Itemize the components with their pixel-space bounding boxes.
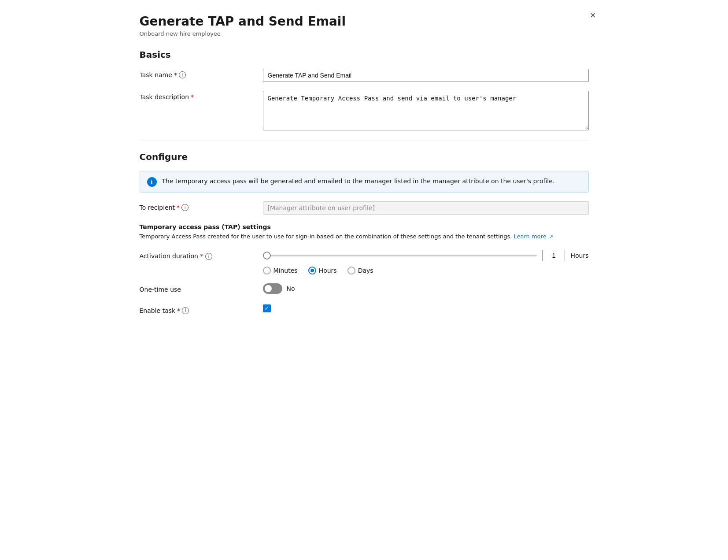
task-name-info-icon[interactable]: i <box>179 71 186 78</box>
task-description-required: * <box>191 93 194 100</box>
panel-subtitle: Onboard new hire employee <box>140 30 589 37</box>
task-name-required: * <box>174 71 177 78</box>
task-description-textarea[interactable]: Generate Temporary Access Pass and send … <box>263 91 589 130</box>
to-recipient-required: * <box>177 204 180 211</box>
activation-duration-value[interactable] <box>542 250 565 261</box>
close-button[interactable]: × <box>590 11 596 20</box>
to-recipient-label: To recipient * i <box>140 201 263 211</box>
activation-duration-row: Activation duration * i Hours Minutes <box>140 250 589 274</box>
enable-task-label: Enable task * i <box>140 304 263 314</box>
task-name-label: Task name * i <box>140 69 263 78</box>
activation-duration-required: * <box>200 252 203 260</box>
activation-duration-slider[interactable] <box>263 255 537 256</box>
radio-hours-circle <box>308 267 316 274</box>
info-box-text: The temporary access pass will be genera… <box>162 177 555 186</box>
tap-settings-title: Temporary access pass (TAP) settings <box>140 223 589 230</box>
one-time-use-toggle-label: No <box>287 285 295 292</box>
task-name-control <box>263 69 589 82</box>
radio-minutes[interactable]: Minutes <box>263 267 298 274</box>
enable-task-control <box>263 304 589 312</box>
task-name-input[interactable] <box>263 69 589 82</box>
to-recipient-info-icon[interactable]: i <box>181 204 188 211</box>
radio-hours[interactable]: Hours <box>308 267 337 274</box>
info-box: i The temporary access pass will be gene… <box>140 171 589 193</box>
external-link-icon: ↗ <box>549 234 553 240</box>
activation-duration-label: Activation duration * i <box>140 250 263 260</box>
tap-settings-section: Temporary access pass (TAP) settings Tem… <box>140 223 589 241</box>
configure-heading: Configure <box>140 152 589 162</box>
radio-days[interactable]: Days <box>347 267 373 274</box>
activation-duration-control: Hours Minutes Hours Days <box>263 250 589 274</box>
enable-task-row: Enable task * i <box>140 304 589 314</box>
task-description-row: Task description * Generate Temporary Ac… <box>140 91 589 132</box>
basics-heading: Basics <box>140 49 589 60</box>
divider-1 <box>140 141 589 141</box>
one-time-use-toggle[interactable] <box>263 283 282 294</box>
task-name-row: Task name * i <box>140 69 589 82</box>
enable-task-required: * <box>177 307 180 314</box>
slider-row: Hours <box>263 250 589 261</box>
task-description-label: Task description * <box>140 91 263 100</box>
one-time-use-control: No <box>263 283 589 294</box>
panel-title: Generate TAP and Send Email <box>140 14 589 29</box>
to-recipient-control: [Manager attribute on user profile] <box>263 201 589 215</box>
radio-days-circle <box>347 267 355 274</box>
radio-minutes-circle <box>263 267 271 274</box>
one-time-use-row: One-time use No <box>140 283 589 294</box>
radio-group: Minutes Hours Days <box>263 267 589 274</box>
toggle-row: No <box>263 283 589 294</box>
hours-unit-label: Hours <box>570 252 588 259</box>
learn-more-link[interactable]: Learn more ↗ <box>514 233 553 240</box>
to-recipient-row: To recipient * i [Manager attribute on u… <box>140 201 589 215</box>
activation-duration-info-icon[interactable]: i <box>205 253 212 260</box>
enable-task-info-icon[interactable]: i <box>182 307 189 314</box>
info-box-icon: i <box>147 177 157 187</box>
task-description-control: Generate Temporary Access Pass and send … <box>263 91 589 132</box>
tap-settings-desc: Temporary Access Pass created for the us… <box>140 232 589 241</box>
one-time-use-label: One-time use <box>140 283 263 293</box>
panel: × Generate TAP and Send Email Onboard ne… <box>122 0 606 337</box>
to-recipient-input: [Manager attribute on user profile] <box>263 201 589 215</box>
enable-task-checkbox[interactable] <box>263 304 271 312</box>
